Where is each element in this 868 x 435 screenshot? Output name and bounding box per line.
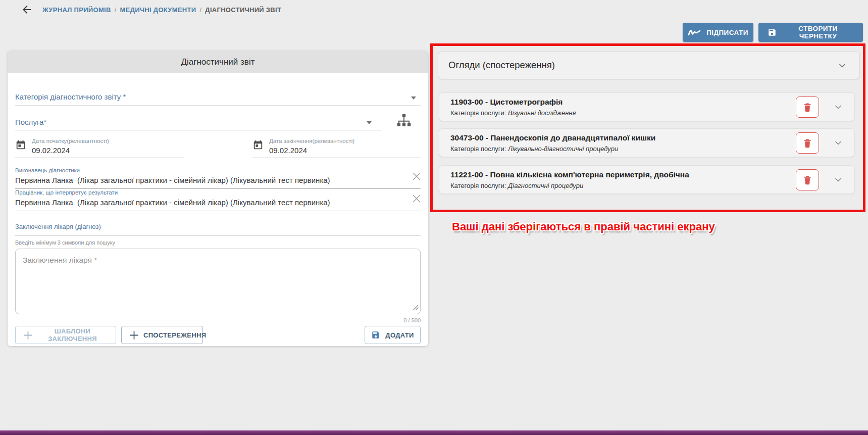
field-underline bbox=[15, 188, 421, 189]
observation-item: 30473-00 - Панендоскопія до дванадцятипа… bbox=[439, 128, 855, 157]
service-select-label: Послуга* bbox=[15, 118, 46, 126]
char-counter: 0 / 500 bbox=[403, 317, 421, 323]
observation-title: 30473-00 - Панендоскопія до дванадцятипа… bbox=[450, 133, 655, 142]
date-start-value: 09.02.2024 bbox=[32, 146, 70, 155]
page: ЖУРНАЛ ПРИЙОМІВ / МЕДИЧНІ ДОКУМЕНТИ / ДІ… bbox=[0, 0, 868, 435]
delete-observation-button[interactable] bbox=[796, 169, 819, 190]
observation-title: 11903-00 - Цистометрографія bbox=[450, 98, 563, 107]
create-draft-button[interactable]: СТВОРИТИ ЧЕРНЕТКУ bbox=[758, 23, 863, 42]
caret-down-icon bbox=[411, 96, 416, 100]
back-button[interactable] bbox=[20, 3, 33, 16]
trash-icon bbox=[802, 174, 812, 185]
observation-category-label: Категорія послуги: bbox=[450, 109, 506, 117]
observation-item: 11903-00 - Цистометрографія Категорія по… bbox=[439, 92, 855, 121]
save-icon bbox=[371, 330, 380, 340]
calendar-icon bbox=[252, 139, 264, 151]
caret-down-icon bbox=[367, 121, 372, 124]
observations-highlight-frame: Огляди (спостереження) 11903-00 - Цистом… bbox=[430, 43, 865, 212]
chevron-down-icon[interactable] bbox=[833, 175, 843, 185]
chevron-down-icon[interactable] bbox=[833, 138, 843, 148]
breadcrumb-link-documents[interactable]: МЕДИЧНІ ДОКУМЕНТИ bbox=[120, 6, 196, 14]
plus-icon bbox=[130, 331, 138, 340]
create-draft-button-label: СТВОРИТИ ЧЕРНЕТКУ bbox=[782, 25, 854, 40]
trash-icon bbox=[802, 137, 812, 149]
card-body: Категорія діагностичного звіту * Послуга… bbox=[8, 73, 428, 346]
conclusion-templates-button[interactable]: ШАБЛОНИ ЗАКЛЮЧЕННЯ bbox=[15, 326, 116, 344]
interpreter-label: Працівник, що інтерпретує результати bbox=[15, 189, 118, 196]
observation-item: 11221-00 - Повна кількісна комп'ютерна п… bbox=[439, 165, 855, 194]
observation-category-label: Категорія послуги: bbox=[450, 145, 506, 153]
observation-button[interactable]: СПОСТЕРЕЖЕННЯ bbox=[121, 326, 203, 344]
breadcrumb: ЖУРНАЛ ПРИЙОМІВ / МЕДИЧНІ ДОКУМЕНТИ / ДІ… bbox=[20, 3, 281, 16]
service-tree-button[interactable] bbox=[396, 113, 412, 129]
conclusion-textarea[interactable] bbox=[15, 249, 421, 314]
diagnostic-report-card: Діагностичний звіт Категорія діагностичн… bbox=[8, 51, 428, 346]
observation-category: Категорія послуги: Діагностичні процедур… bbox=[450, 182, 583, 189]
observation-category-value: Візуальні дослідження bbox=[508, 109, 576, 117]
performer-label: Виконавець діагностики bbox=[15, 167, 80, 173]
field-underline bbox=[252, 158, 421, 158]
observation-button-label: СПОСТЕРЕЖЕННЯ bbox=[143, 331, 206, 339]
observation-category: Категорія послуги: Лікувально-діагностич… bbox=[450, 145, 618, 153]
conclusion-templates-label: ШАБЛОНИ ЗАКЛЮЧЕННЯ bbox=[37, 327, 108, 343]
breadcrumb-link-journal[interactable]: ЖУРНАЛ ПРИЙОМІВ bbox=[42, 6, 111, 14]
form-buttons-row: ШАБЛОНИ ЗАКЛЮЧЕННЯ СПОСТЕРЕЖЕННЯ ДОДАТИ bbox=[15, 326, 421, 344]
breadcrumb-separator: / bbox=[115, 6, 117, 14]
observation-category: Категорія послуги: Візуальні дослідження bbox=[450, 109, 576, 117]
delete-observation-button[interactable] bbox=[796, 132, 819, 154]
observation-category-value: Лікувально-діагностичні процедури bbox=[508, 145, 618, 153]
sign-button-label: ПІДПИСАТИ bbox=[706, 29, 748, 36]
add-button[interactable]: ДОДАТИ bbox=[365, 326, 421, 344]
field-underline bbox=[15, 106, 421, 106]
trash-icon bbox=[802, 102, 812, 113]
card-title: Діагностичний звіт bbox=[8, 51, 428, 73]
observation-category-value: Діагностичні процедури bbox=[508, 182, 583, 189]
performer-value: Первинна Ланка (Лікар загальної практики… bbox=[15, 176, 330, 184]
search-hint: Введіть мінімум 3 символи для пошуку bbox=[15, 239, 115, 246]
header-actions: ПІДПИСАТИ СТВОРИТИ ЧЕРНЕТКУ bbox=[683, 23, 863, 42]
plus-icon bbox=[24, 331, 32, 340]
save-icon bbox=[768, 28, 777, 37]
interpreter-value: Первинна Ланка (Лікар загальної практики… bbox=[15, 198, 330, 207]
performer-clear-button[interactable] bbox=[411, 171, 422, 182]
date-start-label: Дата початку(релевантності) bbox=[32, 138, 109, 144]
observations-panel-title: Огляди (спостереження) bbox=[438, 60, 555, 71]
date-end-label: Дата закінчення(релевантності) bbox=[269, 138, 354, 144]
field-underline bbox=[15, 158, 184, 158]
bottom-taskbar bbox=[0, 430, 868, 435]
delete-observation-button[interactable] bbox=[796, 96, 819, 118]
interpreter-clear-button[interactable] bbox=[411, 193, 422, 204]
chevron-down-icon[interactable] bbox=[837, 61, 847, 71]
sign-button[interactable]: ПІДПИСАТИ bbox=[683, 23, 753, 42]
calendar-icon bbox=[15, 139, 26, 151]
conclusion-search-label: Заключення лікаря (діагноз) bbox=[15, 223, 101, 230]
field-underline bbox=[15, 235, 421, 235]
add-button-label: ДОДАТИ bbox=[385, 331, 414, 339]
date-end-value: 09.02.2024 bbox=[269, 146, 307, 155]
signature-icon bbox=[688, 28, 701, 36]
breadcrumb-separator: / bbox=[199, 6, 201, 14]
breadcrumb-current: ДІАГНОСТИЧНИЙ ЗВІТ bbox=[205, 6, 281, 14]
field-underline bbox=[15, 130, 382, 130]
category-select-label: Категорія діагностичного звіту * bbox=[15, 92, 126, 101]
observation-category-label: Категорія послуги: bbox=[450, 182, 506, 189]
annotation-text: Ваші дані зберігаються в правій частині … bbox=[452, 220, 715, 233]
chevron-down-icon[interactable] bbox=[833, 102, 843, 112]
observations-panel-header[interactable]: Огляди (спостереження) bbox=[438, 51, 860, 79]
field-underline bbox=[15, 211, 421, 211]
arrow-left-icon bbox=[21, 4, 33, 16]
observation-title: 11221-00 - Повна кількісна комп'ютерна п… bbox=[450, 170, 689, 179]
org-chart-icon bbox=[396, 113, 412, 129]
